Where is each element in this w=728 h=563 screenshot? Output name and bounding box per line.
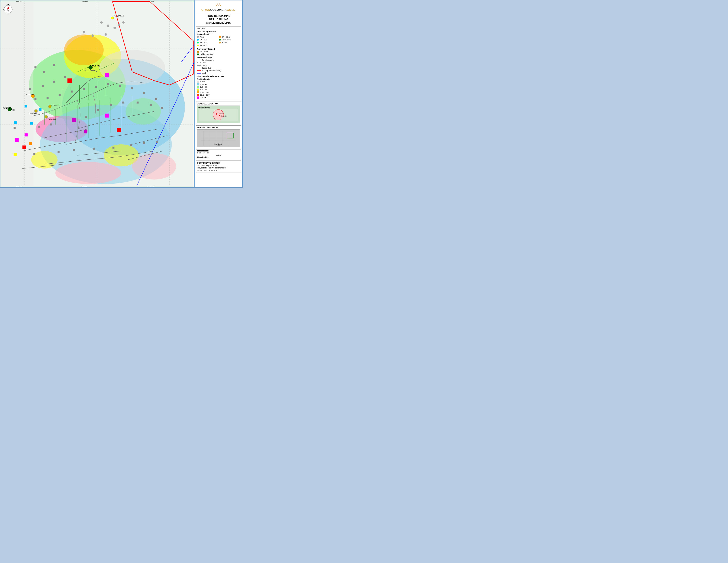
scale-unit: Meters xyxy=(197,154,240,156)
svg-rect-67 xyxy=(73,149,75,151)
svg-rect-53 xyxy=(155,98,157,100)
legend-title: LEGEND xyxy=(197,27,240,30)
svg-point-106 xyxy=(216,113,217,115)
svg-rect-50 xyxy=(119,85,121,87)
map-title: PROVIDENCIA MINE INFILL DRILLING GRADE I… xyxy=(196,14,241,24)
svg-rect-70 xyxy=(130,144,132,146)
svg-rect-48 xyxy=(95,86,97,88)
svg-rect-56 xyxy=(38,126,40,128)
svg-rect-33 xyxy=(30,122,33,124)
svg-text:PV5700: PV5700 xyxy=(92,64,100,67)
svg-text:W: W xyxy=(3,9,5,10)
svg-rect-60 xyxy=(110,104,112,106)
svg-rect-36 xyxy=(34,66,36,68)
coordinate-system-title: COORDINATE SYSTEM xyxy=(197,162,240,164)
map-area: 931400 931600 931800 931400 931600 93180… xyxy=(0,0,194,188)
logo-gold-text: GOLD xyxy=(227,8,236,11)
svg-point-9 xyxy=(104,144,139,166)
svg-point-75 xyxy=(8,107,12,111)
scale-numbers: 0102040 xyxy=(197,152,209,154)
sidebar: GRANCOLOMBIAGOLD PROVIDENCIA MINE INFILL… xyxy=(194,0,243,188)
svg-rect-66 xyxy=(58,151,60,153)
specific-location-title: SPECIFIC LOCATION xyxy=(197,126,240,129)
coordinate-system-box: COORDINATE SYSTEM Colombia Bogota Zone P… xyxy=(196,160,241,172)
x-coord-bottom-3: 931800 xyxy=(147,184,154,187)
svg-rect-31 xyxy=(14,153,17,156)
svg-text:PV-EU-014: PV-EU-014 xyxy=(114,15,124,17)
svg-line-19 xyxy=(137,63,194,186)
svg-rect-57 xyxy=(50,123,52,125)
svg-point-87 xyxy=(105,33,107,36)
infill-results-title: Infill Drilling Results xyxy=(197,30,240,33)
scale-box: 0102040 Meters SCALE 1:2,500 xyxy=(196,149,241,159)
infill-au-grade-subtitle: Au Grade (g/t) xyxy=(197,33,240,35)
svg-text:S: S xyxy=(8,14,9,15)
y-coord-left-1: 1273600 xyxy=(1,41,9,44)
svg-point-73 xyxy=(88,66,92,70)
logo-gran: GRAN xyxy=(201,8,210,11)
x-coord-label-2: 931600 xyxy=(82,1,88,3)
logo-icon xyxy=(196,3,241,8)
svg-point-78 xyxy=(48,105,51,108)
svg-rect-51 xyxy=(131,87,133,89)
svg-point-82 xyxy=(114,27,116,29)
svg-point-105 xyxy=(213,109,224,120)
svg-rect-44 xyxy=(47,97,49,99)
svg-rect-47 xyxy=(83,88,85,90)
svg-rect-37 xyxy=(43,71,45,73)
svg-rect-72 xyxy=(156,141,158,143)
svg-point-77 xyxy=(34,109,38,113)
x-coord-bottom-1: 931400 xyxy=(16,184,23,187)
block-model-subtitle: Au Grade (g/t) xyxy=(197,78,240,80)
svg-line-20 xyxy=(180,45,194,63)
svg-point-1 xyxy=(62,59,185,155)
svg-marker-96 xyxy=(7,6,9,9)
svg-rect-23 xyxy=(84,130,87,133)
specific-location-box: SPECIFIC LOCATION xyxy=(196,125,241,148)
specific-location-map: Providencia Mine xyxy=(197,129,240,147)
svg-point-5 xyxy=(36,116,88,142)
svg-rect-30 xyxy=(29,142,32,145)
svg-text:Segovia: Segovia xyxy=(218,112,223,114)
svg-rect-54 xyxy=(13,109,15,111)
svg-rect-52 xyxy=(143,92,145,94)
scale-text: SCALE 1:2,500 xyxy=(197,156,240,158)
svg-rect-32 xyxy=(25,105,27,107)
logo-area: GRANCOLOMBIAGOLD xyxy=(196,2,241,13)
legend-box: LEGEND Infill Drilling Results Au Grade … xyxy=(196,26,241,100)
block-model-title: Block Model February 2019 xyxy=(197,75,240,77)
edition-date: Edition Date: 2019-10-15 xyxy=(197,169,240,171)
svg-text:PV-IU-219: PV-IU-219 xyxy=(48,118,56,120)
svg-point-3 xyxy=(64,34,121,78)
previously-issued-title: Previously Issued xyxy=(197,48,240,50)
svg-rect-59 xyxy=(97,109,99,111)
svg-point-2 xyxy=(29,50,126,120)
logo-colombia: COLOMBIA xyxy=(210,8,227,11)
y-coord-right-2: 1273400 xyxy=(186,113,193,115)
svg-rect-45 xyxy=(59,94,61,96)
svg-rect-64 xyxy=(161,107,163,109)
svg-rect-34 xyxy=(14,121,17,124)
svg-text:N: N xyxy=(8,4,9,6)
svg-rect-55 xyxy=(14,127,16,129)
x-coord-bottom-2: 931600 xyxy=(82,184,88,187)
svg-rect-42 xyxy=(64,76,66,78)
svg-rect-65 xyxy=(33,153,35,155)
svg-text:PV-IU-223: PV-IU-223 xyxy=(26,94,34,96)
svg-rect-43 xyxy=(34,98,36,100)
x-coord-label-3: 931800 xyxy=(147,1,154,3)
svg-rect-7 xyxy=(0,2,33,186)
logo-text: GRANCOLOMBIAGOLD xyxy=(196,8,241,11)
svg-rect-68 xyxy=(93,148,95,150)
svg-rect-25 xyxy=(25,133,28,136)
svg-point-80 xyxy=(100,21,103,24)
svg-rect-46 xyxy=(71,90,73,92)
svg-point-10 xyxy=(31,151,57,169)
general-location-box: GENERAL LOCATION MUNICIPALITIES Segovia … xyxy=(196,102,241,124)
svg-text:PV-IU-221: PV-IU-221 xyxy=(51,104,60,106)
svg-rect-29 xyxy=(23,145,26,149)
svg-text:Mine: Mine xyxy=(217,145,220,147)
svg-point-83 xyxy=(118,23,120,26)
svg-text:Providencia: Providencia xyxy=(214,143,222,145)
svg-point-81 xyxy=(107,24,109,27)
